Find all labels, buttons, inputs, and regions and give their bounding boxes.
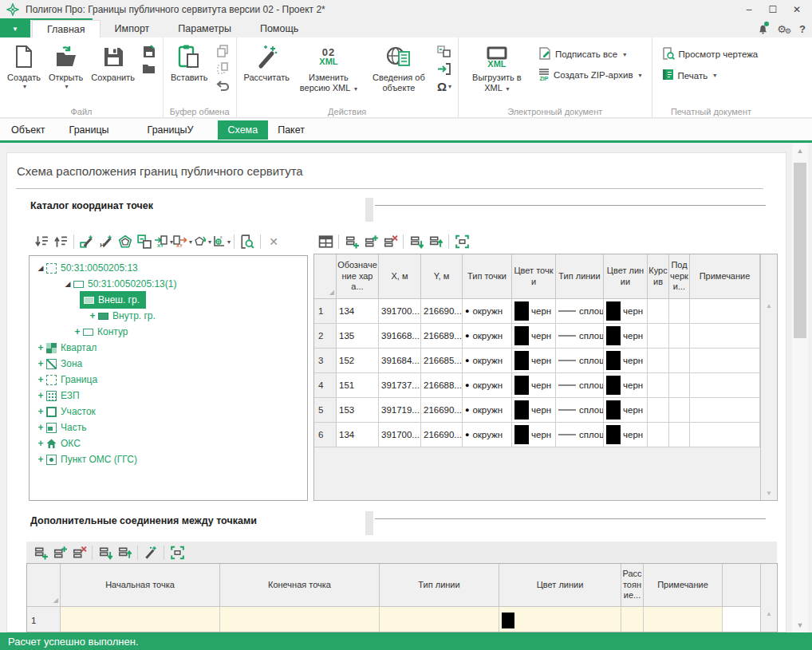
import-icon[interactable] — [436, 61, 452, 76]
export-xml-button[interactable]: XML Выгрузить в XML ▾ — [462, 39, 532, 95]
delete-row-icon[interactable] — [380, 232, 400, 251]
cell-y[interactable]: 216690... — [421, 423, 463, 447]
column-header-point-color[interactable]: Цвет точки — [512, 254, 556, 299]
cell-note[interactable] — [644, 607, 723, 632]
expander-icon[interactable]: + — [36, 438, 45, 449]
insert-row-icon[interactable] — [361, 232, 380, 251]
cell-point-type[interactable]: ●окружн — [463, 423, 512, 447]
column-header-point-type[interactable]: Тип точки — [463, 254, 512, 299]
renumber-ascending-icon[interactable] — [51, 232, 70, 251]
column-header-note[interactable]: Примечание — [690, 254, 760, 299]
cell-italic[interactable] — [648, 373, 669, 398]
cell-line-color[interactable]: черн — [604, 349, 648, 373]
create-zip-button[interactable]: ZIP Создать ZIP-архив ▾ — [538, 69, 642, 81]
coordinate-system-icon[interactable]: x ▾ — [211, 232, 231, 251]
cell-note[interactable] — [690, 398, 760, 423]
cell-italic[interactable] — [648, 423, 669, 447]
column-header-mark[interactable]: Обозначение хара... — [337, 254, 379, 299]
cell-mark[interactable]: 135 — [337, 324, 379, 349]
row-number[interactable]: 6 — [314, 423, 337, 447]
scrollbar-thumb[interactable] — [794, 163, 806, 338]
column-header-y[interactable]: Y, м — [421, 254, 463, 299]
column-header-italic[interactable]: Курсив — [648, 254, 669, 299]
tree-item-punkt-oms[interactable]: + Пункт ОМС (ГГС) — [30, 451, 307, 467]
calculate-button[interactable]: Рассчитать — [240, 39, 294, 85]
import-xy-icon[interactable]: XY ▾ — [154, 232, 173, 251]
tab-paket[interactable]: Пакет — [274, 120, 308, 140]
tree-item-zona[interactable]: + Зона — [30, 356, 307, 372]
calc-area-wand-icon[interactable] — [77, 232, 97, 251]
open-button[interactable]: Открыть ▾ — [45, 39, 87, 92]
cell-mark[interactable]: 134 — [337, 423, 379, 447]
tree-item-inner-boundary[interactable]: + Внутр. гр. — [30, 308, 307, 324]
row-number[interactable]: 4 — [314, 373, 337, 398]
cell-line-color[interactable]: черн — [604, 398, 648, 423]
tree-item-kontur[interactable]: + Контур — [30, 324, 307, 340]
tree-item-uchastok[interactable]: + Участок — [30, 404, 307, 420]
view-drawing-button[interactable]: Просмотр чертежа — [662, 47, 759, 61]
tree-item-granitsa[interactable]: + Граница — [30, 372, 307, 388]
table-corner-cell[interactable]: ◢ — [314, 254, 337, 299]
cell-line-type[interactable]: сплош — [556, 423, 604, 447]
scroll-up-icon[interactable]: ▲ — [761, 610, 777, 617]
cell-end-point[interactable] — [220, 607, 380, 632]
cell-line-color[interactable]: черн — [604, 423, 648, 447]
calc-h-wand-icon[interactable]: H — [97, 232, 116, 251]
cell-italic[interactable] — [648, 349, 669, 373]
cell-y[interactable]: 216690... — [421, 299, 463, 324]
rotate-contour-icon[interactable]: ▾ — [192, 232, 211, 251]
menu-tab-pomosch[interactable]: Помощь — [246, 20, 313, 37]
cell-line-color[interactable] — [499, 607, 621, 632]
tree-item-contour-group[interactable]: ◢ 50:31:0050205:13(1) — [30, 276, 307, 292]
expander-icon[interactable]: ◢ — [63, 280, 73, 288]
app-menu-button[interactable]: ▼ — [0, 20, 30, 37]
table-corner-cell[interactable]: ◢ — [27, 564, 61, 607]
cell-underline[interactable] — [669, 398, 690, 423]
cell-note[interactable] — [690, 373, 760, 398]
scroll-down-icon[interactable]: ▼ — [792, 621, 808, 629]
tree-item-ezp[interactable]: + ЕЗП — [30, 388, 307, 404]
tree-item-outer-boundary[interactable]: Внеш. гр. — [30, 292, 307, 308]
expander-icon[interactable]: + — [36, 342, 45, 353]
tree-item-oks[interactable]: + ОКС — [30, 435, 307, 451]
tab-skhema[interactable]: Схема — [218, 120, 269, 140]
expander-icon[interactable]: + — [73, 326, 82, 337]
renumber-descending-icon[interactable] — [32, 232, 51, 251]
cell-mark[interactable]: 134 — [337, 299, 379, 324]
section-splitter[interactable] — [365, 511, 373, 535]
column-header-line-color[interactable]: Цвет линии — [604, 254, 648, 299]
magic-wand-icon[interactable] — [141, 543, 160, 562]
cell-y[interactable]: 216688... — [421, 373, 463, 398]
cell-mark[interactable]: 151 — [337, 373, 379, 398]
cell-line-type[interactable]: сплош — [556, 398, 604, 423]
cell-line-type[interactable]: сплош — [556, 349, 604, 373]
polygon-icon[interactable] — [116, 232, 135, 251]
delete-icon[interactable]: ✕ — [264, 232, 283, 251]
row-number[interactable]: 1 — [314, 299, 337, 324]
column-header-underline[interactable]: Подчерки... — [669, 254, 690, 299]
cell-y[interactable]: 216685... — [421, 349, 463, 373]
cell-line-type[interactable]: сплош — [556, 299, 604, 324]
table-grid-icon[interactable] — [316, 232, 335, 251]
expand-table-icon[interactable] — [452, 232, 471, 251]
tree-item-kvartal[interactable]: + Квартал — [30, 340, 307, 356]
section-splitter[interactable] — [365, 198, 373, 222]
table-scrollbar[interactable]: ▲ ▼ — [760, 254, 777, 500]
column-header-line-type[interactable]: Тип линии — [380, 564, 499, 607]
cell-x[interactable]: 391700.... — [379, 299, 421, 324]
sign-all-button[interactable]: Подписать все ▾ — [538, 47, 642, 61]
copy-icon[interactable] — [215, 44, 231, 58]
tree-item-chast[interactable]: + Часть — [30, 420, 307, 435]
column-header-note[interactable]: Примечание — [644, 564, 723, 607]
cell-y[interactable]: 216689... — [421, 324, 463, 349]
delete-row-icon[interactable] — [69, 543, 89, 562]
cell-point-color[interactable]: черн — [512, 324, 556, 349]
menu-tab-glavnaya[interactable]: Главная — [32, 20, 101, 37]
cell-italic[interactable] — [648, 398, 669, 423]
expander-icon[interactable]: + — [36, 390, 45, 401]
expander-icon[interactable]: + — [36, 358, 45, 369]
cell-point-type[interactable]: ●окружн — [463, 324, 512, 349]
save-button[interactable]: Сохранить — [87, 39, 139, 85]
cell-x[interactable]: 391719.... — [379, 398, 421, 423]
cell-note[interactable] — [690, 299, 760, 324]
